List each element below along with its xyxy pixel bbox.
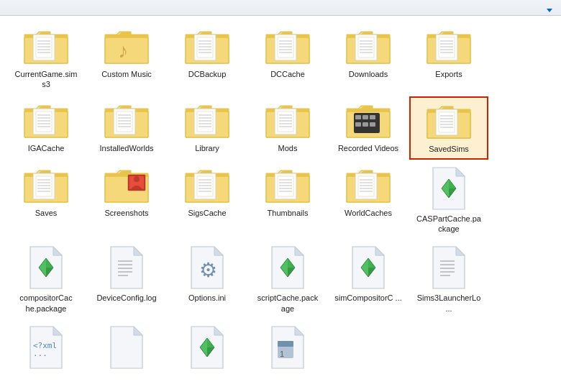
file-item-saves[interactable]: Saves [6,161,86,240]
svg-point-87 [134,176,140,182]
svg-rect-89 [197,176,213,196]
file-item-sim-compositor[interactable]: simCompositorC ... [329,240,408,319]
svg-rect-65 [355,115,361,119]
svg-text:⚙: ⚙ [199,259,217,281]
svg-rect-138 [278,341,293,347]
file-item-dc-backup[interactable]: DCBackup [168,22,247,95]
doc-icon [108,325,145,370]
svg-rect-16 [278,37,293,58]
file-item-dc-cache[interactable]: DCCache [248,22,327,95]
file-label: DeviceConfig.log [96,293,156,303]
file-item-downloads[interactable]: Downloads [329,22,408,95]
file-item-installed-worlds[interactable]: InstalledWorlds [87,96,166,160]
file-item-exports[interactable]: Exports [409,22,488,95]
svg-text:1: 1 [280,350,284,358]
svg-rect-23 [358,37,374,58]
svg-rect-1 [36,37,52,58]
file-label: Saves [35,208,58,218]
file-item-sigs-cache[interactable]: SigsCache [168,161,247,240]
folder-icon [23,166,69,205]
file-item-custom-music[interactable]: ♪ Custom Music [87,22,166,95]
file-item-tslus-bin[interactable]: tslus.bin [87,320,166,370]
file-label: WorldCaches [345,208,392,218]
doc-icon [350,245,387,290]
file-label: Options.ini [188,293,226,303]
file-label: SavedSims [429,144,469,154]
folder-icon [426,27,472,66]
file-label: simCompositorC ... [334,293,402,303]
folder-icon [345,27,391,66]
file-item-library[interactable]: Library [168,96,247,160]
svg-rect-69 [362,122,368,127]
doc-icon [108,245,145,290]
file-label: CASPartCache.pa ckage [414,214,483,234]
file-item-device-config[interactable]: DeviceConfig.log [87,240,166,319]
doc-icon [27,245,65,290]
svg-rect-67 [370,115,375,119]
file-item-version-tag[interactable]: 1 Version.tag [248,320,327,370]
file-label: SigsCache [188,208,226,218]
file-item-script-cache[interactable]: scriptCache.pack age [248,240,327,319]
folder-icon [23,101,69,140]
svg-text:...: ... [33,349,47,358]
file-item-user-presets[interactable]: userPresets.packa ge [168,320,247,370]
folder-icon: ♪ [104,27,150,66]
file-label: scriptCache.pack age [253,293,322,314]
file-item-sims3-launcher[interactable]: Sims3LauncherLo ... [409,240,488,319]
file-label: Custom Music [101,69,152,79]
file-label: compositorCac he.package [12,293,81,314]
folder-icon [426,102,472,141]
file-item-cas-part-cache[interactable]: CASPartCache.pa ckage [409,161,488,240]
folder-icon [104,166,150,205]
folder-icon [184,166,230,205]
file-label: Recorded Videos [338,143,398,153]
file-item-sims3-logs[interactable]: <?xml ... Sims3Logs.xml [6,320,86,370]
svg-rect-58 [278,111,293,132]
file-item-options-ini[interactable]: ⚙ Options.ini [168,240,247,319]
folder-icon [265,101,311,140]
file-item-world-caches[interactable]: WorldCaches [329,161,408,240]
folder-icon [104,101,150,140]
doc-icon [430,245,468,290]
doc-icon: <?xml ... [27,325,65,370]
folder-icon [345,166,391,205]
doc-icon [430,166,468,211]
file-label: Mods [278,143,298,153]
file-item-compositor-cache[interactable]: compositorCac he.package [6,240,86,319]
file-label: Sims3LauncherLo ... [414,293,483,314]
svg-rect-72 [439,112,455,132]
svg-rect-37 [36,111,52,132]
folder-icon [345,101,391,140]
file-item-screenshots[interactable]: Screenshots [87,161,166,240]
arrange-dropdown[interactable] [545,9,552,12]
file-item-current-game[interactable]: CurrentGame.sim s3 [6,22,86,95]
svg-rect-66 [362,115,368,119]
file-label: CurrentGame.sim s3 [12,69,81,90]
svg-rect-30 [439,37,455,58]
file-label: DCBackup [188,69,227,79]
svg-rect-51 [197,111,213,132]
doc-icon [269,245,306,290]
file-item-recorded-videos[interactable]: Recorded Videos [329,96,408,160]
header [0,0,561,16]
svg-rect-44 [117,111,132,132]
svg-rect-70 [370,122,375,127]
svg-text:♪: ♪ [118,40,128,62]
folder-icon [265,166,311,205]
file-item-thumbnails[interactable]: Thumbnails [248,161,327,240]
folder-icon [184,27,230,66]
doc-icon: ⚙ [188,245,226,290]
file-item-mods[interactable]: Mods [248,96,327,160]
svg-rect-9 [197,37,213,58]
file-item-saved-sims[interactable]: SavedSims [409,96,488,160]
file-label: Thumbnails [268,208,309,218]
header-right [542,9,552,12]
folder-icon [265,27,311,66]
file-label: InstalledWorlds [100,143,154,153]
file-label: Exports [435,69,462,79]
doc-icon: 1 [269,325,306,370]
file-item-iga-cache[interactable]: IGACache [6,96,86,160]
svg-rect-68 [355,122,361,127]
file-label: Screenshots [104,208,148,218]
file-label: IGACache [28,143,65,153]
